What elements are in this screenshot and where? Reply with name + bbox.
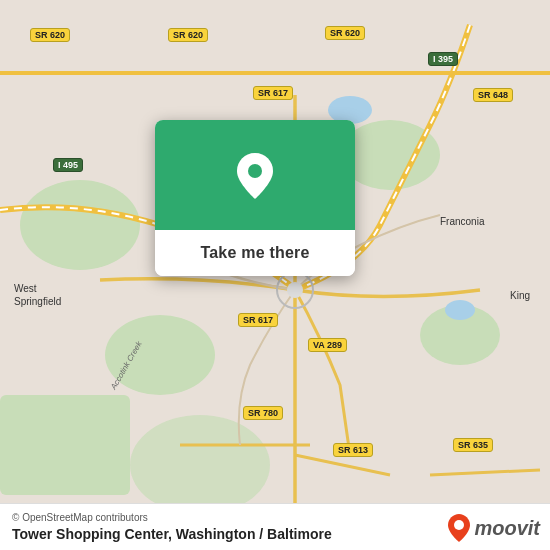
road-badge-sr780: SR 780	[243, 406, 283, 420]
place-label-franconia: Franconia	[440, 216, 484, 227]
road-badge-sr620-tl: SR 620	[30, 28, 70, 42]
place-label-kingstowne: King	[510, 290, 530, 301]
take-me-there-button[interactable]: Take me there	[155, 230, 355, 276]
popup-green-section	[155, 120, 355, 230]
road-badge-sr617-top: SR 617	[253, 86, 293, 100]
moovit-pin-icon	[448, 514, 470, 542]
popup-card: Take me there	[155, 120, 355, 276]
road-badge-i395-tr: I 395	[428, 52, 458, 66]
place-label-west-springfield: WestSpringfield	[14, 282, 61, 308]
road-badge-sr620-tm: SR 620	[168, 28, 208, 42]
moovit-brand-text: moovit	[474, 517, 540, 540]
svg-point-13	[248, 164, 262, 178]
bottom-bar: © OpenStreetMap contributors Tower Shopp…	[0, 503, 550, 550]
svg-point-11	[287, 282, 303, 298]
road-badge-sr617-mid: SR 617	[238, 313, 278, 327]
svg-point-1	[20, 180, 140, 270]
road-badge-sr613: SR 613	[333, 443, 373, 457]
svg-point-14	[454, 520, 464, 530]
svg-point-8	[445, 300, 475, 320]
road-badge-sr648: SR 648	[473, 88, 513, 102]
map-container: Accotink Creek SR 620 SR 620 SR 620 I 3	[0, 0, 550, 550]
road-badge-va289: VA 289	[308, 338, 347, 352]
svg-point-6	[130, 415, 270, 515]
road-badge-i495: I 495	[53, 158, 83, 172]
map-pin-icon	[229, 149, 281, 201]
road-badge-sr635: SR 635	[453, 438, 493, 452]
road-badge-sr620-tr: SR 620	[325, 26, 365, 40]
svg-rect-5	[0, 395, 130, 495]
moovit-logo: moovit	[448, 514, 540, 542]
svg-point-2	[105, 315, 215, 395]
